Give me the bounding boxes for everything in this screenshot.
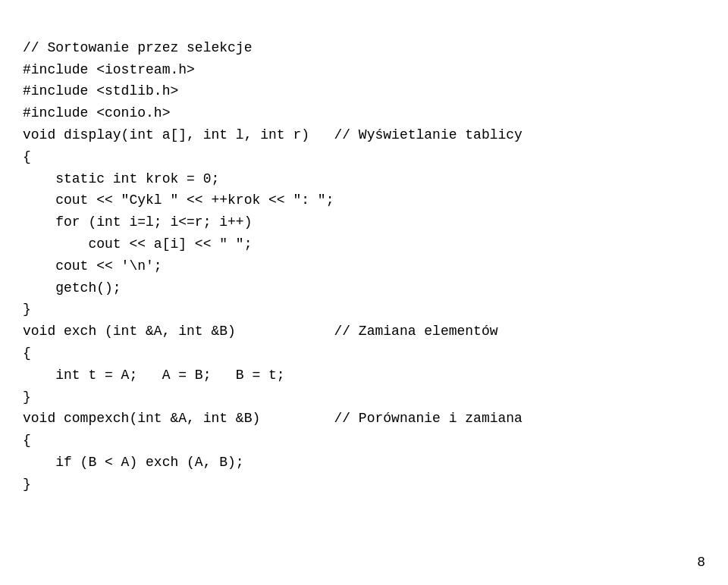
code-line: void display(int a[], int l, int r) // W…	[23, 124, 705, 146]
code-line: if (B < A) exch (A, B);	[23, 452, 705, 474]
code-line: #include <iostream.h>	[23, 59, 705, 81]
code-line: cout << '\n';	[23, 255, 705, 277]
code-line: cout << "Cykl " << ++krok << ": ";	[23, 189, 705, 211]
code-block: // Sortowanie przez selekcje#include <io…	[0, 0, 728, 511]
code-line: {	[23, 146, 705, 168]
code-line: void compexch(int &A, int &B) // Porówna…	[23, 408, 705, 430]
code-line: #include <conio.h>	[23, 102, 705, 124]
code-line: int t = A; A = B; B = t;	[23, 364, 705, 386]
code-line: }	[23, 474, 705, 496]
code-line: {	[23, 430, 705, 452]
code-line: }	[23, 386, 705, 408]
code-line: {	[23, 343, 705, 364]
code-line: }	[23, 299, 705, 321]
code-line: // Sortowanie przez selekcje	[23, 37, 705, 59]
code-line: cout << a[i] << " ";	[23, 233, 705, 255]
code-line: void exch (int &A, int &B) // Zamiana el…	[23, 321, 705, 343]
code-line: for (int i=l; i<=r; i++)	[23, 211, 705, 233]
code-line: static int krok = 0;	[23, 168, 705, 190]
page-number: 8	[697, 555, 705, 570]
code-line: getch();	[23, 277, 705, 299]
code-line: #include <stdlib.h>	[23, 80, 705, 102]
